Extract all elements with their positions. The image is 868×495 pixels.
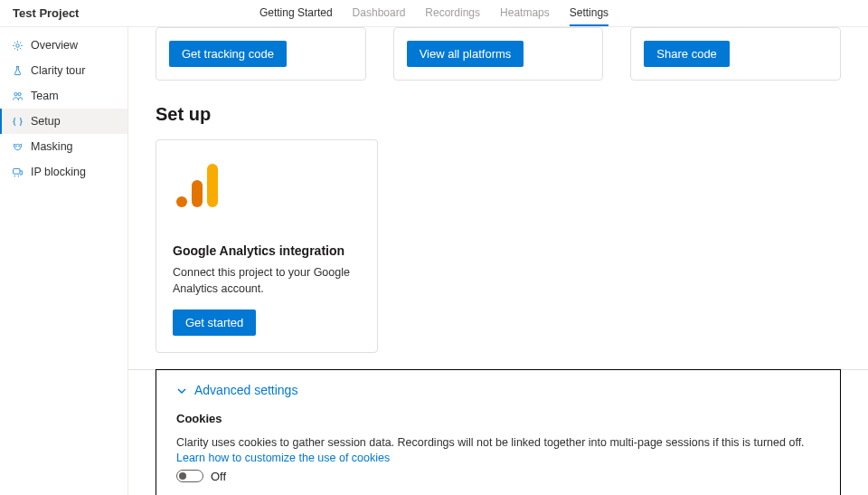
sidebar-item-label: IP blocking xyxy=(31,166,86,178)
tab-recordings[interactable]: Recordings xyxy=(425,0,480,26)
google-analytics-logo-icon xyxy=(173,160,227,211)
setup-heading: Set up xyxy=(156,104,868,125)
sidebar-item-ip-blocking[interactable]: IP blocking xyxy=(0,159,127,185)
sidebar-item-label: Clarity tour xyxy=(31,64,85,77)
svg-rect-5 xyxy=(13,168,19,174)
sidebar-item-label: Overview xyxy=(31,39,78,52)
svg-point-8 xyxy=(176,196,187,207)
svg-point-0 xyxy=(15,43,19,47)
view-all-platforms-button[interactable]: View all platforms xyxy=(407,41,524,67)
share-code-card: Share code xyxy=(630,27,841,81)
cookies-heading: Cookies xyxy=(176,412,820,425)
google-analytics-card: Google Analytics integration Connect thi… xyxy=(156,139,378,353)
cookies-toggle[interactable] xyxy=(176,470,203,482)
sidebar-item-masking[interactable]: Masking xyxy=(0,134,127,159)
ga-card-description: Connect this project to your Google Anal… xyxy=(173,265,361,297)
svg-rect-7 xyxy=(192,180,203,207)
cookies-toggle-label: Off xyxy=(211,470,226,483)
cookies-learn-link[interactable]: Learn how to customize the use of cookie… xyxy=(176,452,820,464)
sidebar: Overview Clarity tour Team Setup Masking xyxy=(0,27,128,495)
advanced-settings-panel: Advanced settings Cookies Clarity uses c… xyxy=(156,369,841,495)
main-content: Get tracking code View all platforms Sha… xyxy=(128,27,868,495)
code-braces-icon xyxy=(11,115,24,128)
tracking-code-card: Get tracking code xyxy=(156,27,366,81)
svg-point-1 xyxy=(14,92,16,95)
ga-card-title: Google Analytics integration xyxy=(173,243,361,258)
ga-get-started-button[interactable]: Get started xyxy=(173,309,256,336)
sidebar-item-team[interactable]: Team xyxy=(0,83,127,109)
chevron-down-icon xyxy=(176,385,187,395)
cookies-description: Clarity uses cookies to gather session d… xyxy=(176,434,820,452)
top-cards-row: Get tracking code View all platforms Sha… xyxy=(128,27,868,81)
sidebar-item-clarity-tour[interactable]: Clarity tour xyxy=(0,58,127,83)
top-bar: Test Project Getting Started Dashboard R… xyxy=(0,0,868,27)
svg-rect-6 xyxy=(207,164,218,207)
sidebar-item-label: Team xyxy=(31,90,59,102)
tab-heatmaps[interactable]: Heatmaps xyxy=(500,0,550,26)
tab-settings[interactable]: Settings xyxy=(570,0,609,26)
get-tracking-code-button[interactable]: Get tracking code xyxy=(169,41,287,67)
gear-icon xyxy=(11,39,24,52)
people-icon xyxy=(11,90,24,102)
project-title: Test Project xyxy=(13,6,79,20)
advanced-settings-label: Advanced settings xyxy=(194,383,297,397)
tab-getting-started[interactable]: Getting Started xyxy=(259,0,333,26)
sidebar-item-overview[interactable]: Overview xyxy=(0,33,127,58)
sidebar-item-label: Setup xyxy=(31,115,61,128)
sidebar-item-label: Masking xyxy=(31,140,73,153)
flask-icon xyxy=(11,64,24,77)
advanced-settings-toggle[interactable]: Advanced settings xyxy=(176,383,820,397)
tab-dashboard[interactable]: Dashboard xyxy=(353,0,406,26)
cookies-toggle-row: Off xyxy=(176,470,820,483)
top-nav: Getting Started Dashboard Recordings Hea… xyxy=(259,0,609,26)
mask-icon xyxy=(11,140,24,153)
svg-point-4 xyxy=(18,146,19,147)
share-code-button[interactable]: Share code xyxy=(644,41,730,67)
svg-point-3 xyxy=(15,146,16,147)
svg-point-2 xyxy=(17,92,20,95)
blocking-icon xyxy=(11,166,24,178)
sidebar-item-setup[interactable]: Setup xyxy=(0,109,127,134)
platforms-card: View all platforms xyxy=(393,27,604,81)
